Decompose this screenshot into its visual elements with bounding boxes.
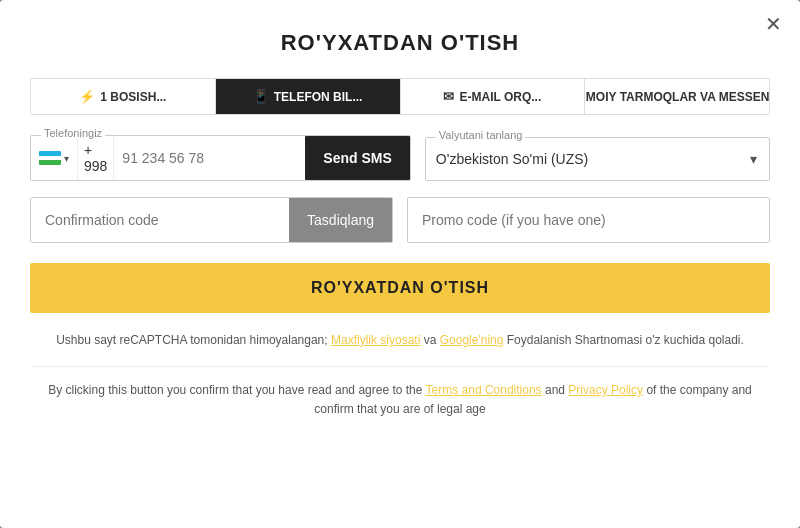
google-terms-link[interactable]: Google'ning bbox=[440, 333, 504, 347]
tab-1-bosish[interactable]: ⚡ 1 BOSISH... bbox=[31, 79, 216, 114]
terms-privacy-link[interactable]: Privacy Policy bbox=[568, 383, 643, 397]
tab-telefon[interactable]: 📱 TELEFON BIL... bbox=[216, 79, 401, 114]
phone-code: + 998 bbox=[78, 136, 114, 180]
phone-input[interactable] bbox=[114, 136, 305, 180]
info-middle-va: va bbox=[424, 333, 437, 347]
privacy-policy-link[interactable]: Maxfiylik siyosati bbox=[331, 333, 420, 347]
tab-1-label: 1 BOSISH... bbox=[100, 90, 166, 104]
tab-3-label: E-MAIL ORQ... bbox=[459, 90, 541, 104]
modal-title: RO'YXATDAN O'TISH bbox=[30, 30, 770, 56]
currency-select[interactable]: O'zbekiston So'mi (UZS) bbox=[426, 138, 750, 180]
terms-and-text: and bbox=[545, 383, 565, 397]
modal-overlay: ✕ RO'YXATDAN O'TISH ⚡ 1 BOSISH... 📱 TELE… bbox=[0, 0, 800, 528]
modal-container: ✕ RO'YXATDAN O'TISH ⚡ 1 BOSISH... 📱 TELE… bbox=[0, 0, 800, 528]
confirm-promo-row: Tasdiqlang bbox=[30, 197, 770, 243]
currency-group: Valyutani tanlang O'zbekiston So'mi (UZS… bbox=[425, 137, 770, 181]
tab-social[interactable]: 👥 IJTIMOIY TARMOQLAR VA MESSENJERL... bbox=[585, 79, 769, 114]
flag-selector[interactable]: ▾ bbox=[31, 136, 78, 180]
confirm-button[interactable]: Tasdiqlang bbox=[289, 198, 392, 242]
confirmation-input[interactable] bbox=[31, 198, 289, 242]
send-sms-button[interactable]: Send SMS bbox=[305, 136, 409, 180]
close-button[interactable]: ✕ bbox=[765, 14, 782, 34]
bolt-icon: ⚡ bbox=[79, 89, 95, 104]
info-after-text: Foydalanish Shartnomasi o'z kuchida qola… bbox=[507, 333, 744, 347]
recaptcha-before: Ushbu sayt reCAPTCHA tomonidan himoyalan… bbox=[56, 333, 327, 347]
uz-flag bbox=[39, 151, 61, 165]
phone-group: Telefoningiz ▾ + 998 Send SMS bbox=[30, 135, 411, 181]
terms-conditions-link[interactable]: Terms and Conditions bbox=[426, 383, 542, 397]
phone-icon: 📱 bbox=[253, 89, 269, 104]
email-icon: ✉ bbox=[443, 89, 454, 104]
phone-label: Telefoningiz bbox=[41, 127, 105, 139]
recaptcha-info: Ushbu sayt reCAPTCHA tomonidan himoyalan… bbox=[30, 331, 770, 350]
phone-currency-row: Telefoningiz ▾ + 998 Send SMS Valyutani … bbox=[30, 135, 770, 181]
currency-chevron-icon: ▾ bbox=[750, 151, 769, 167]
tab-4-label: IJTIMOIY TARMOQLAR VA MESSENJERL... bbox=[585, 90, 769, 104]
confirmation-wrap: Tasdiqlang bbox=[30, 197, 393, 243]
register-button[interactable]: RO'YXATDAN O'TISH bbox=[30, 263, 770, 313]
divider bbox=[30, 366, 770, 367]
currency-label: Valyutani tanlang bbox=[436, 129, 526, 141]
terms-info: By clicking this button you confirm that… bbox=[30, 381, 770, 419]
tab-email[interactable]: ✉ E-MAIL ORQ... bbox=[401, 79, 586, 114]
tab-2-label: TELEFON BIL... bbox=[274, 90, 363, 104]
promo-input[interactable] bbox=[408, 198, 769, 242]
tabs-container: ⚡ 1 BOSISH... 📱 TELEFON BIL... ✉ E-MAIL … bbox=[30, 78, 770, 115]
terms-before: By clicking this button you confirm that… bbox=[48, 383, 422, 397]
promo-wrap bbox=[407, 197, 770, 243]
flag-chevron-icon: ▾ bbox=[64, 153, 69, 164]
